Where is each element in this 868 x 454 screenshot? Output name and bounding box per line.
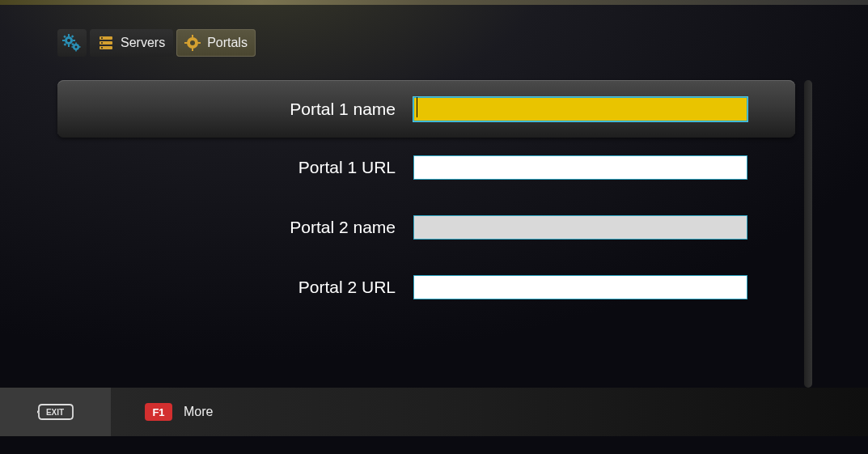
server-stack-icon [98,35,114,51]
svg-rect-25 [192,48,193,51]
tab-settings[interactable] [57,29,87,57]
svg-rect-13 [75,49,77,52]
row-portal-2-url: Portal 2 URL [57,257,795,317]
label-portal-2-url: Portal 2 URL [57,278,413,297]
input-portal-1-name[interactable] [413,97,747,121]
svg-point-23 [190,40,195,45]
svg-rect-5 [73,40,75,41]
svg-point-19 [101,37,103,39]
exit-button[interactable]: EXIT [0,388,111,436]
svg-rect-9 [64,43,67,46]
svg-rect-24 [192,35,193,38]
label-portal-2-name: Portal 2 name [57,218,413,237]
svg-rect-27 [197,42,201,44]
svg-rect-14 [72,46,74,48]
svg-rect-15 [78,46,81,48]
svg-text:EXIT: EXIT [45,408,63,417]
settings-gears-icon [62,34,82,52]
portal-form: Portal 1 name Portal 1 URL Portal 2 name… [57,80,795,317]
svg-rect-6 [63,36,66,39]
svg-rect-12 [75,43,77,45]
footer-bar: EXIT F1 More [0,388,868,436]
svg-rect-3 [68,45,70,47]
text-cursor [417,97,417,117]
tab-servers-label: Servers [121,36,165,50]
label-portal-1-name: Portal 1 name [57,100,413,119]
label-portal-1-url: Portal 1 URL [57,158,413,177]
more-button[interactable]: More [184,405,213,419]
input-portal-1-url[interactable] [413,155,747,180]
portal-gear-icon [184,35,201,51]
tab-portals-label: Portals [207,36,248,50]
row-portal-2-name: Portal 2 name [57,197,795,257]
svg-rect-2 [68,34,70,36]
svg-rect-26 [184,42,188,44]
svg-point-20 [101,42,103,44]
tab-portals[interactable]: Portals [176,29,256,57]
svg-rect-8 [71,35,74,38]
exit-icon: EXIT [37,403,74,421]
row-portal-1-name: Portal 1 name [57,80,795,138]
window-top-glow [0,0,868,5]
svg-point-11 [75,46,78,49]
input-portal-2-url[interactable] [413,275,747,299]
tab-bar: Servers Portals [57,29,256,57]
scrollbar[interactable] [804,80,812,388]
input-portal-2-name[interactable] [413,215,747,240]
svg-point-1 [67,39,70,42]
row-portal-1-url: Portal 1 URL [57,138,795,197]
f1-key-badge: F1 [145,403,172,421]
tab-servers[interactable]: Servers [90,29,173,57]
svg-point-21 [101,47,103,49]
svg-rect-4 [62,40,65,41]
